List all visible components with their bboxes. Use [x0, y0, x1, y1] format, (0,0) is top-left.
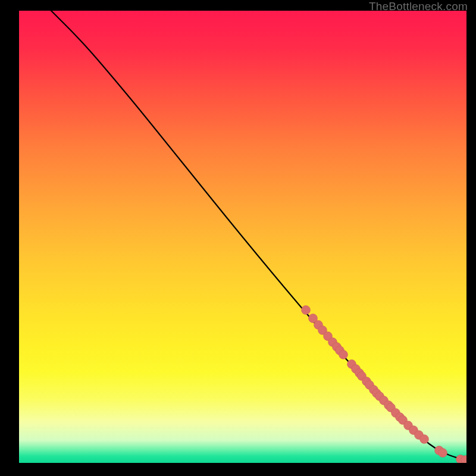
plot-background-gradient [19, 11, 466, 463]
chart-stage: TheBottleneck.com [0, 0, 476, 476]
watermark-text: TheBottleneck.com [369, 0, 468, 13]
